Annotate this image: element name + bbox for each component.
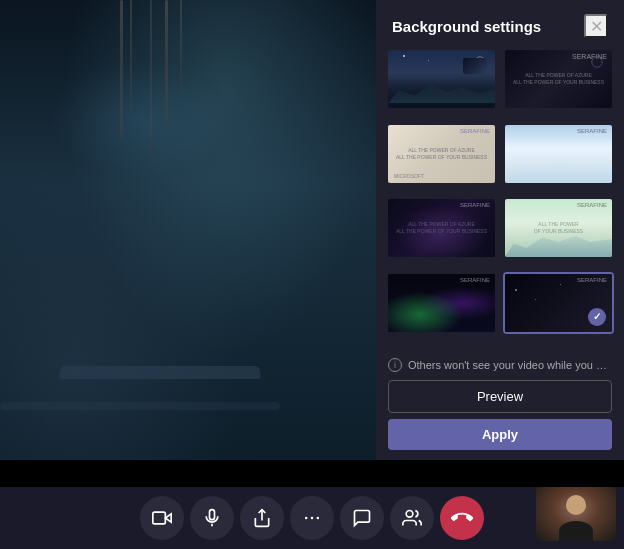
background-thumb-2[interactable]: SERAFINE ALL THE POWER OF AZUREALL THE P…	[503, 48, 614, 110]
toolbar	[0, 487, 624, 549]
main-area: Background settings ✕ S	[0, 0, 624, 487]
camera-button[interactable]	[140, 496, 184, 540]
thumb-text: ALL THE POWER OF AZUREALL THE POWER OF Y…	[396, 147, 487, 161]
thumbnails-grid: S SERAFINE ALL THE POWER OF AZUREALL THE…	[376, 48, 624, 350]
background-thumb-5[interactable]: SERAFINE ALL THE POWER OF AZUREALL THE P…	[386, 197, 497, 259]
video-background	[0, 0, 376, 460]
apply-button[interactable]: Apply	[388, 419, 612, 450]
selected-checkmark: ✓	[588, 308, 606, 326]
webcam-preview	[536, 487, 616, 541]
mountain-decoration	[505, 148, 612, 183]
cable-decoration	[165, 0, 168, 130]
hangup-button[interactable]	[440, 496, 484, 540]
svg-point-8	[305, 517, 308, 520]
svg-rect-5	[210, 510, 215, 520]
mic-button[interactable]	[190, 496, 234, 540]
people-button[interactable]	[390, 496, 434, 540]
cable-decoration	[120, 0, 123, 140]
person-head	[566, 495, 586, 515]
atmosphere-glow	[50, 60, 230, 180]
chat-button[interactable]	[340, 496, 384, 540]
svg-point-0	[475, 57, 486, 68]
svg-point-11	[406, 511, 413, 518]
thumb-text: ALL THE POWER OF AZUREALL THE POWER OF Y…	[513, 72, 604, 86]
platform-decoration	[59, 366, 262, 379]
svg-rect-4	[153, 512, 166, 524]
thumb-text: ALL THE POWEROF YOUR BUSINESS	[534, 221, 583, 235]
video-panel	[0, 0, 376, 460]
info-row: i Others won't see your video while you …	[388, 358, 612, 372]
more-button[interactable]	[290, 496, 334, 540]
thumb-logo: S	[473, 55, 489, 71]
person-body	[559, 521, 593, 541]
preview-button[interactable]: Preview	[388, 380, 612, 413]
background-thumb-6[interactable]: SERAFINE ALL THE POWEROF YOUR BUSINESS	[503, 197, 614, 259]
info-icon: i	[388, 358, 402, 372]
svg-marker-3	[165, 514, 171, 522]
background-thumb-1[interactable]: S	[386, 48, 497, 110]
cable-decoration	[130, 0, 132, 110]
settings-footer: i Others won't see your video while you …	[376, 350, 624, 460]
settings-title: Background settings	[392, 18, 541, 35]
webcam-feed	[536, 487, 616, 541]
svg-point-9	[311, 517, 314, 520]
close-button[interactable]: ✕	[584, 14, 608, 38]
svg-text:S: S	[478, 59, 482, 66]
svg-point-2	[592, 57, 603, 68]
platform-decoration	[0, 402, 280, 410]
cable-decoration	[180, 0, 182, 100]
cable-decoration	[150, 0, 152, 160]
background-thumb-8[interactable]: SERAFINE ✓	[503, 272, 614, 334]
background-thumb-3[interactable]: SERAFINE ALL THE POWER OF AZUREALL THE P…	[386, 123, 497, 185]
info-text: Others won't see your video while you pr…	[408, 359, 612, 371]
settings-panel: Background settings ✕ S	[376, 0, 624, 460]
background-thumb-4[interactable]: SERAFINE	[503, 123, 614, 185]
thumb-logo	[590, 55, 606, 71]
share-button[interactable]	[240, 496, 284, 540]
svg-point-10	[317, 517, 320, 520]
background-thumb-7[interactable]: SERAFINE	[386, 272, 497, 334]
settings-header: Background settings ✕	[376, 0, 624, 48]
